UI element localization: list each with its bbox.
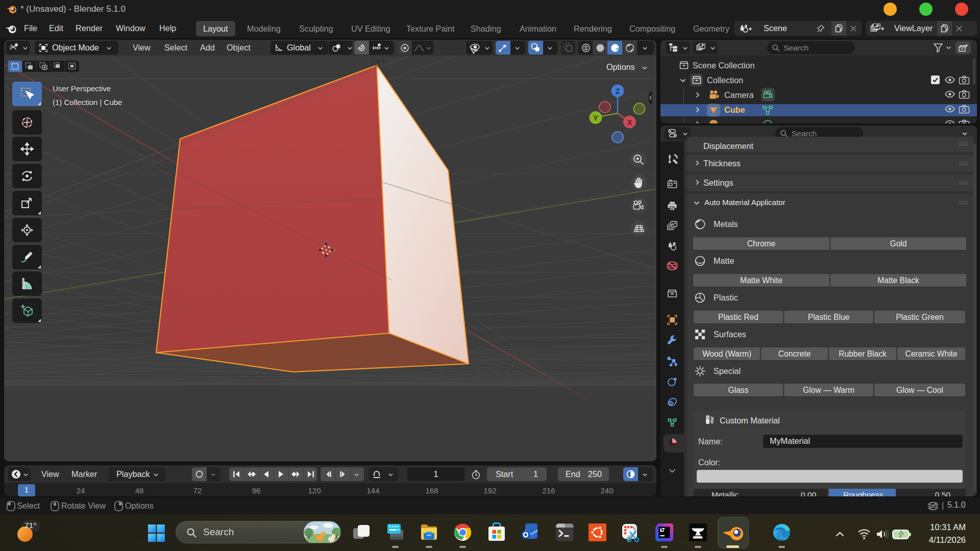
svg-text:X: X: [627, 118, 632, 127]
svg-text:Y: Y: [593, 113, 598, 122]
svg-text:Z: Z: [615, 87, 620, 95]
